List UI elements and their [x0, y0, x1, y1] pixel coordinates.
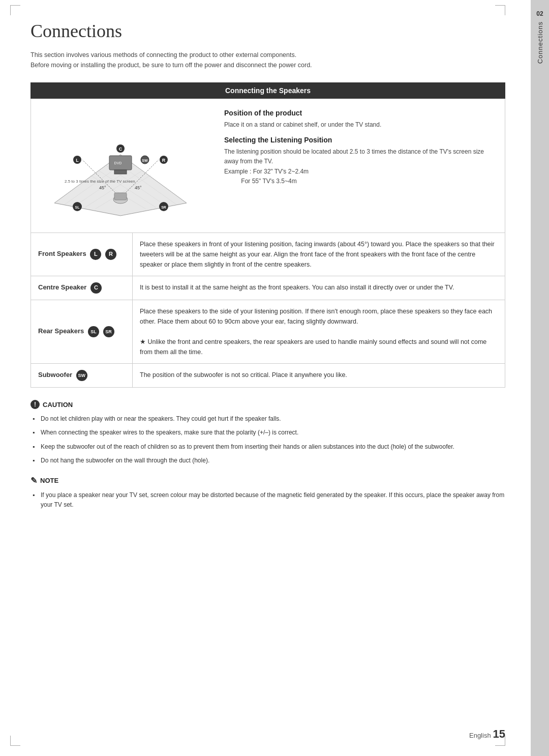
badge-SR: SR — [103, 326, 114, 337]
side-tab: 02 Connections — [531, 0, 549, 756]
diagram-area: C DVD SW R L SL — [39, 109, 212, 222]
list-item: When connecting the speaker wires to the… — [30, 428, 505, 438]
subwoofer-label: Subwoofer — [38, 371, 72, 379]
intro-text: This section involves various methods of… — [30, 50, 505, 70]
badge-L: L — [90, 249, 101, 260]
rear-speakers-desc: Place these speakers to the side of your… — [133, 300, 505, 364]
badge-C: C — [90, 282, 102, 294]
rear-speakers-label: Rear Speakers — [38, 327, 84, 335]
badge-R: R — [105, 249, 116, 260]
svg-text:45°: 45° — [99, 185, 106, 190]
diagram-section: C DVD SW R L SL — [30, 99, 505, 233]
speaker-diagram: C DVD SW R L SL — [39, 109, 202, 221]
page-title: Connections — [30, 20, 505, 42]
table-row: Rear Speakers SL SR Place these speakers… — [31, 300, 505, 364]
list-item: Keep the subwoofer out of the reach of c… — [30, 442, 505, 452]
note-icon: ✎ — [30, 476, 37, 485]
note-title: ✎ NOTE — [30, 476, 505, 485]
corner-mark-tr — [495, 5, 505, 15]
centre-speaker-desc: It is best to install it at the same hei… — [133, 276, 505, 300]
svg-text:R: R — [162, 158, 166, 163]
svg-rect-32 — [114, 193, 127, 200]
svg-text:SW: SW — [142, 159, 148, 162]
page-number: English 15 — [469, 728, 505, 741]
svg-text:45°: 45° — [135, 185, 142, 190]
listening-title: Selecting the Listening Position — [224, 136, 497, 144]
svg-text:C: C — [119, 147, 123, 152]
badge-SL: SL — [88, 326, 99, 337]
svg-rect-12 — [114, 170, 127, 174]
position-text: Place it on a stand or cabinet shelf, or… — [224, 120, 497, 130]
svg-text:SL: SL — [75, 206, 80, 209]
caution-title: ! CAUTION — [30, 400, 505, 409]
position-info: Position of the product Place it on a st… — [224, 109, 497, 222]
note-section: ✎ NOTE If you place a speaker near your … — [30, 476, 505, 510]
listening-text: The listening position should be located… — [224, 147, 497, 186]
svg-text:L: L — [76, 158, 79, 163]
list-item: Do not let children play with or near th… — [30, 414, 505, 424]
subwoofer-desc: The position of the subwoofer is not so … — [133, 364, 505, 388]
svg-text:2.5 to 3 times the size of the: 2.5 to 3 times the size of the TV screen — [65, 179, 135, 184]
caution-list: Do not let children play with or near th… — [30, 414, 505, 466]
centre-speaker-label: Centre Speaker — [38, 283, 86, 291]
speaker-table: Front Speakers L R Place these speakers … — [30, 233, 505, 388]
table-row: Subwoofer SW The position of the subwoof… — [31, 364, 505, 388]
side-tab-number: 02 — [536, 10, 543, 17]
corner-mark-tl — [10, 5, 20, 15]
corner-mark-bl — [10, 736, 20, 746]
svg-text:SR: SR — [161, 206, 166, 209]
front-speakers-label: Front Speakers — [38, 250, 86, 257]
badge-SW: SW — [76, 370, 87, 381]
section-header: Connecting the Speakers — [30, 82, 505, 99]
caution-section: ! CAUTION Do not let children play with … — [30, 400, 505, 466]
side-tab-text: Connections — [536, 21, 544, 64]
front-speakers-desc: Place these speakers in front of your li… — [133, 233, 505, 276]
note-list: If you place a speaker near your TV set,… — [30, 490, 505, 510]
position-title: Position of the product — [224, 109, 497, 117]
caution-icon: ! — [30, 400, 40, 409]
list-item: If you place a speaker near your TV set,… — [30, 490, 505, 510]
table-row: Front Speakers L R Place these speakers … — [31, 233, 505, 276]
svg-text:DVD: DVD — [114, 161, 122, 165]
table-row: Centre Speaker C It is best to install i… — [31, 276, 505, 300]
list-item: Do not hang the subwoofer on the wall th… — [30, 456, 505, 466]
